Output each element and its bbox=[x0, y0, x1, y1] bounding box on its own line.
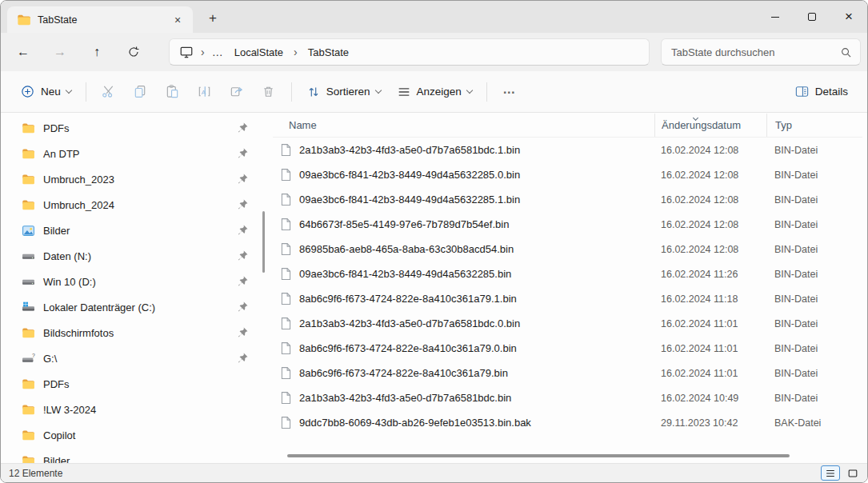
share-icon bbox=[229, 84, 244, 99]
file-name: 8ab6c9f6-f673-4724-822e-8a410c361a79.1.b… bbox=[299, 293, 517, 305]
sidebar-item[interactable]: Bildschirmfotos bbox=[7, 320, 262, 345]
share-button[interactable] bbox=[221, 78, 253, 106]
new-button[interactable]: Neu bbox=[12, 78, 79, 106]
column-header-date[interactable]: Änderungsdatum bbox=[654, 114, 766, 137]
search-box[interactable]: TabState durchsuchen bbox=[661, 38, 861, 66]
sidebar-item[interactable]: Umbruch_2023 bbox=[7, 166, 262, 192]
file-row[interactable]: 8ab6c9f6-f673-4724-822e-8a410c361a79.0.b… bbox=[273, 336, 862, 361]
sidebar-item[interactable]: !LW 3-2024 bbox=[7, 397, 262, 422]
search-placeholder: TabState durchsuchen bbox=[671, 46, 840, 58]
file-row[interactable]: 64b6673f-85e5-4149-97e6-7b789d7b54ef.bin… bbox=[273, 212, 862, 237]
address-bar[interactable]: › … LocalState › TabState bbox=[169, 38, 650, 66]
file-date: 16.02.2024 11:01 bbox=[654, 343, 766, 354]
file-row[interactable]: 09ae3bc6-f841-42b3-8449-49d4a5632285.0.b… bbox=[273, 162, 862, 187]
pin-icon bbox=[237, 301, 249, 313]
close-button[interactable]: × bbox=[830, 1, 867, 33]
file-name-cell: 2a1b3ab3-42b3-4fd3-a5e0-d7b7a6581bdc.1.b… bbox=[273, 143, 654, 157]
file-name: 09ae3bc6-f841-42b3-8449-49d4a5632285.0.b… bbox=[299, 169, 520, 181]
sidebar-item[interactable]: An DTP bbox=[7, 141, 262, 166]
breadcrumb-tabstate[interactable]: TabState bbox=[305, 45, 352, 60]
breadcrumb-chevron-icon: › bbox=[294, 46, 298, 58]
pin-icon bbox=[237, 224, 249, 236]
sidebar-item[interactable]: Umbruch_2024 bbox=[7, 192, 262, 218]
sidebar-item-label: G:\ bbox=[43, 353, 57, 365]
sidebar-item[interactable]: Copilot bbox=[7, 422, 262, 448]
column-header-type[interactable]: Typ bbox=[766, 114, 862, 137]
sidebar-item[interactable]: Lokaler Datenträger (C:) bbox=[7, 294, 262, 320]
file-row[interactable]: 8ab6c9f6-f673-4724-822e-8a410c361a79.bin… bbox=[273, 361, 862, 385]
minimize-button[interactable] bbox=[757, 1, 794, 33]
file-row[interactable]: 2a1b3ab3-42b3-4fd3-a5e0-d7b7a6581bdc.bin… bbox=[273, 385, 862, 410]
horizontal-scrollbar-thumb[interactable] bbox=[287, 454, 790, 457]
explorer-body: PDFsAn DTPUmbruch_2023Umbruch_2024Bilder… bbox=[1, 114, 867, 463]
column-header-name[interactable]: Name bbox=[273, 119, 654, 131]
column-header-row: Name Änderungsdatum Typ bbox=[273, 114, 862, 138]
file-date: 16.02.2024 11:01 bbox=[654, 368, 766, 379]
file-type: BIN-Datei bbox=[766, 219, 862, 230]
sidebar-item[interactable]: PDFs bbox=[7, 371, 262, 397]
rename-icon: A bbox=[197, 84, 212, 99]
rename-button[interactable]: A bbox=[189, 78, 221, 106]
file-row[interactable]: 2a1b3ab3-42b3-4fd3-a5e0-d7b7a6581bdc.0.b… bbox=[273, 311, 862, 336]
file-date: 16.02.2024 11:18 bbox=[654, 293, 766, 305]
more-options-button[interactable]: … bbox=[494, 78, 526, 106]
thumbnail-view-toggle[interactable] bbox=[843, 465, 862, 481]
sidebar-item-label: Bilder bbox=[43, 455, 70, 464]
file-row[interactable]: 8ab6c9f6-f673-4724-822e-8a410c361a79.1.b… bbox=[273, 286, 862, 311]
sidebar-item[interactable]: PDFs bbox=[7, 115, 262, 141]
breadcrumb-ellipsis[interactable]: … bbox=[212, 46, 224, 58]
paste-button[interactable] bbox=[157, 78, 189, 106]
details-view-toggle[interactable] bbox=[821, 465, 840, 481]
sidebar-item[interactable]: Bilder bbox=[7, 448, 262, 463]
forward-button[interactable]: → bbox=[47, 39, 73, 65]
file-icon bbox=[279, 242, 293, 256]
tab-close-icon[interactable]: × bbox=[169, 11, 186, 29]
sidebar-item-label: Umbruch_2023 bbox=[43, 174, 114, 186]
file-name: 8ab6c9f6-f673-4724-822e-8a410c361a79.bin bbox=[299, 367, 508, 379]
column-header-type-label: Typ bbox=[775, 119, 792, 131]
sidebar-item-label: Bilder bbox=[43, 225, 70, 237]
file-row[interactable]: 86985ba6-aeb8-465a-8aba-63c30b8acd54.bin… bbox=[273, 237, 862, 261]
paste-icon bbox=[165, 84, 180, 99]
file-date: 16.02.2024 12:08 bbox=[654, 244, 766, 255]
file-row[interactable]: 09ae3bc6-f841-42b3-8449-49d4a5632285.bin… bbox=[273, 261, 862, 286]
sidebar-item[interactable]: ?G:\ bbox=[7, 345, 262, 371]
copy-button[interactable] bbox=[125, 78, 157, 106]
svg-text:?: ? bbox=[32, 353, 35, 358]
refresh-button[interactable] bbox=[121, 39, 146, 65]
file-type: BIN-Datei bbox=[766, 244, 862, 255]
sidebar-item-label: Bildschirmfotos bbox=[43, 327, 114, 339]
tab-bar: TabState × + × bbox=[1, 1, 867, 33]
breadcrumb-localstate[interactable]: LocalState bbox=[231, 45, 286, 60]
file-icon bbox=[279, 143, 293, 157]
tab-tabstate[interactable]: TabState × bbox=[7, 6, 193, 33]
details-pane-label: Details bbox=[815, 86, 848, 98]
new-tab-button[interactable]: + bbox=[201, 6, 225, 30]
details-pane-button[interactable]: Details bbox=[786, 78, 856, 106]
up-button[interactable]: ↑ bbox=[84, 39, 110, 65]
view-button[interactable]: Anzeigen bbox=[389, 78, 480, 106]
this-pc-icon[interactable] bbox=[179, 45, 194, 59]
file-name: 2a1b3ab3-42b3-4fd3-a5e0-d7b7a6581bdc.0.b… bbox=[299, 317, 520, 329]
sidebar-item[interactable]: Bilder bbox=[7, 218, 262, 243]
sidebar-item[interactable]: Win 10 (D:) bbox=[7, 269, 262, 294]
delete-button[interactable] bbox=[253, 78, 285, 106]
sidebar-scrollbar[interactable] bbox=[262, 211, 265, 273]
file-name-cell: 09ae3bc6-f841-42b3-8449-49d4a5632285.0.b… bbox=[273, 168, 654, 182]
sort-button[interactable]: Sortieren bbox=[298, 78, 389, 106]
file-name-cell: 09ae3bc6-f841-42b3-8449-49d4a5632285.1.b… bbox=[273, 193, 654, 206]
file-row[interactable]: 9ddc7bb8-6069-43db-ab26-9efeb1e03513.bin… bbox=[273, 410, 862, 435]
file-row[interactable]: 2a1b3ab3-42b3-4fd3-a5e0-d7b7a6581bdc.1.b… bbox=[273, 138, 862, 162]
maximize-button[interactable] bbox=[794, 1, 830, 33]
toolbar-divider bbox=[291, 82, 292, 102]
file-icon bbox=[279, 218, 293, 231]
sidebar-item[interactable]: Daten (N:) bbox=[7, 243, 262, 269]
pin-icon bbox=[237, 122, 249, 134]
horizontal-scrollbar[interactable] bbox=[276, 453, 861, 458]
file-row[interactable]: 09ae3bc6-f841-42b3-8449-49d4a5632285.1.b… bbox=[273, 187, 862, 212]
back-button[interactable]: ← bbox=[10, 39, 36, 65]
view-toggles bbox=[821, 465, 862, 481]
file-icon bbox=[279, 267, 293, 281]
status-bar: 12 Elemente bbox=[1, 463, 867, 482]
cut-button[interactable] bbox=[93, 78, 125, 106]
